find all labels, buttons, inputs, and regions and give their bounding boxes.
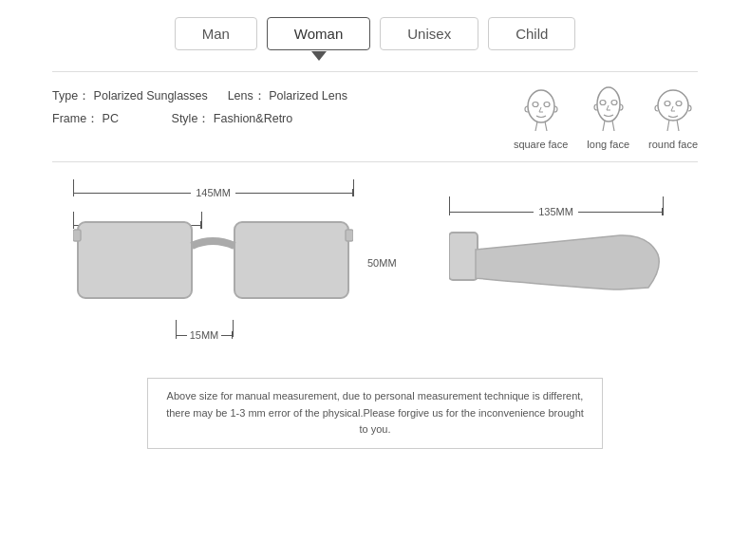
vert-left-135: [449, 196, 450, 215]
face-icon-round: round face: [648, 85, 698, 150]
svg-line-13: [667, 120, 669, 131]
side-view: 135MM: [441, 179, 679, 364]
svg-rect-18: [346, 230, 353, 241]
long-face-icon: [588, 85, 629, 135]
face-icon-square: square face: [514, 85, 568, 150]
meas-50mm-label: 50MM: [367, 257, 397, 269]
svg-line-8: [603, 121, 605, 131]
vert-left-15: [176, 320, 177, 337]
glasses-side-svg: [449, 221, 666, 321]
tab-unisex[interactable]: Unisex: [380, 17, 478, 50]
svg-line-9: [612, 121, 614, 131]
round-face-icon: [652, 85, 694, 135]
svg-line-4: [545, 121, 547, 131]
svg-rect-15: [78, 222, 192, 298]
tab-man[interactable]: Man: [175, 17, 257, 50]
glasses-front-svg: [73, 203, 353, 327]
svg-point-12: [676, 102, 682, 106]
tab-child[interactable]: Child: [488, 17, 575, 50]
svg-line-3: [535, 121, 537, 131]
dimensions-section: 145MM 61MM: [52, 179, 698, 364]
svg-point-1: [533, 103, 538, 107]
svg-point-11: [665, 102, 670, 106]
note-box: Above size for manual measurement, due t…: [147, 378, 603, 449]
style-label: Style：: [172, 112, 211, 125]
note-text: Above size for manual measurement, due t…: [166, 390, 584, 435]
divider-top: [52, 71, 698, 72]
type-value: Polarized Sunglasses: [94, 89, 208, 103]
vert-right-15: [233, 320, 234, 337]
svg-point-6: [600, 101, 606, 105]
vert-left-145: [73, 179, 74, 196]
vert-right-135: [663, 196, 664, 215]
lens-label: Lens：: [228, 89, 266, 103]
type-label: Type：: [52, 89, 90, 103]
svg-rect-17: [73, 230, 81, 241]
tab-active-arrow: [311, 51, 327, 61]
svg-line-14: [677, 120, 679, 131]
square-face-label: square face: [514, 139, 568, 150]
svg-point-2: [544, 103, 550, 107]
tab-woman[interactable]: Woman: [267, 17, 370, 50]
svg-rect-16: [234, 222, 348, 298]
svg-point-10: [658, 90, 688, 121]
lens-value: Polarized Lens: [269, 89, 347, 103]
meas-145mm: 145MM: [73, 187, 353, 198]
specs-text: Type： Polarized Sunglasses Lens： Polariz…: [52, 85, 504, 131]
meas-135mm: 135MM: [449, 206, 663, 217]
face-icons: square face long face: [514, 85, 698, 150]
tab-bar: Man Woman Unisex Child: [0, 0, 750, 50]
svg-rect-23: [449, 233, 478, 280]
specs-section: Type： Polarized Sunglasses Lens： Polariz…: [52, 85, 698, 150]
frame-value: PC: [103, 112, 119, 125]
square-face-icon: [520, 85, 562, 135]
front-view: 145MM 61MM: [52, 179, 413, 364]
long-face-label: long face: [587, 139, 629, 150]
frame-label: Frame：: [52, 112, 99, 125]
round-face-label: round face: [648, 139, 698, 150]
divider-bottom: [52, 161, 698, 162]
meas-15mm: 15MM: [176, 329, 233, 341]
face-icon-long: long face: [587, 85, 629, 150]
style-value: Fashion&Retro: [214, 112, 292, 125]
svg-point-7: [611, 101, 617, 105]
vert-right-145: [353, 179, 354, 196]
